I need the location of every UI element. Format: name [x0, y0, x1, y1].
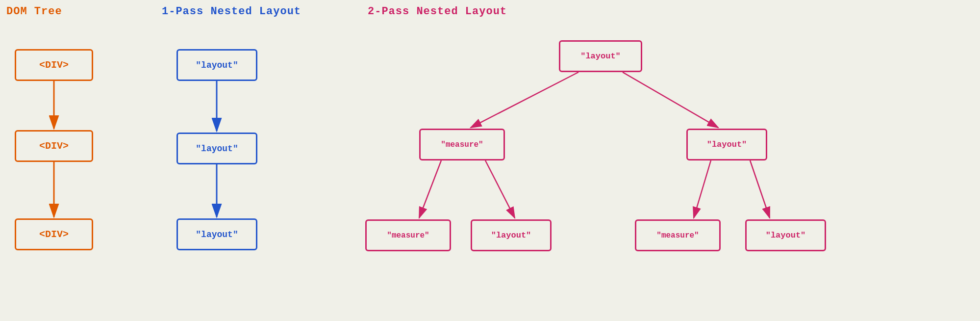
twopass-root-layout: "layout" [559, 40, 642, 72]
dom-div3: <DIV> [15, 218, 93, 250]
dom-div1: <DIV> [15, 49, 93, 81]
twopass-title: 2-Pass Nested Layout [368, 5, 507, 18]
twopass-layout2: "layout" [471, 219, 552, 251]
svg-line-12 [750, 160, 770, 218]
onepass-title: 1-Pass Nested Layout [162, 5, 301, 18]
svg-line-11 [694, 160, 711, 218]
svg-line-8 [623, 72, 718, 128]
twopass-layout1: "layout" [686, 129, 767, 160]
arrows-overlay [0, 0, 980, 321]
twopass-measure3: "measure" [635, 219, 721, 251]
svg-line-10 [485, 160, 515, 218]
onepass-layout3: "layout" [176, 218, 257, 250]
dom-tree-title: DOM Tree [6, 5, 62, 18]
svg-line-9 [419, 160, 441, 218]
twopass-measure2: "measure" [365, 219, 451, 251]
twopass-measure1: "measure" [419, 129, 505, 160]
onepass-layout2: "layout" [176, 133, 257, 164]
page: DOM Tree 1-Pass Nested Layout 2-Pass Nes… [0, 0, 980, 321]
dom-div2: <DIV> [15, 130, 93, 162]
twopass-layout3: "layout" [745, 219, 826, 251]
svg-line-7 [471, 72, 578, 128]
onepass-layout1: "layout" [176, 49, 257, 81]
